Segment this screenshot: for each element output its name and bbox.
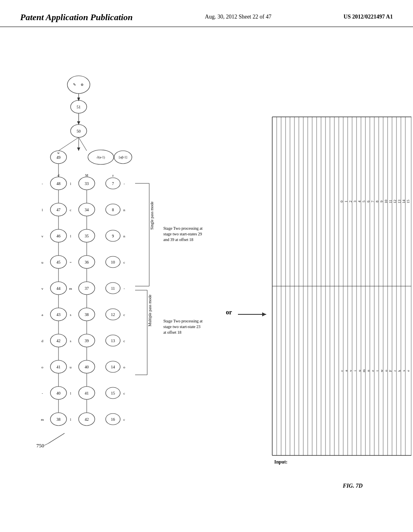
svg-point-47	[79, 256, 95, 268]
svg-point-65	[106, 230, 120, 241]
svg-text:35: 35	[85, 234, 89, 238]
svg-point-69	[106, 283, 120, 294]
svg-marker-20	[77, 148, 80, 151]
svg-text:n: n	[123, 234, 125, 238]
svg-text:c: c	[123, 260, 125, 264]
svg-text:l: l	[70, 418, 71, 422]
svg-text:45: 45	[56, 260, 60, 264]
svg-text:z: z	[112, 174, 114, 177]
svg-text:34: 34	[85, 208, 89, 212]
svg-text:41: 41	[56, 365, 60, 369]
svg-text:c: c	[411, 370, 411, 372]
svg-text:u: u	[42, 260, 44, 264]
svg-point-39	[50, 413, 67, 426]
svg-text:Single pass mode: Single pass mode	[150, 201, 154, 230]
svg-text:14: 14	[402, 200, 406, 204]
svg-line-2	[44, 443, 48, 445]
svg-point-3	[67, 76, 90, 94]
svg-point-71	[106, 309, 120, 320]
svg-point-41	[79, 177, 95, 190]
svg-text:12: 12	[393, 200, 397, 204]
svg-text:l: l	[42, 208, 43, 212]
svg-text:40: 40	[56, 391, 60, 395]
svg-text:c: c	[340, 370, 344, 372]
svg-text:c: c	[70, 208, 71, 212]
svg-marker-12	[77, 121, 80, 125]
svg-text:44: 44	[56, 286, 60, 291]
svg-text:-: -	[42, 182, 43, 186]
svg-text:l: l	[70, 182, 71, 186]
svg-text::6: :6	[411, 200, 411, 203]
svg-text:39: 39	[85, 339, 89, 343]
svg-point-53	[79, 334, 95, 347]
svg-point-61	[106, 178, 120, 189]
svg-point-25	[50, 229, 67, 242]
svg-text:13: 13	[397, 200, 401, 204]
svg-point-6	[71, 100, 87, 113]
svg-point-21	[50, 177, 67, 190]
svg-line-100	[58, 137, 79, 151]
svg-text:46: 46	[56, 234, 60, 238]
svg-text:u: u	[357, 370, 361, 372]
svg-text:33: 33	[85, 181, 89, 186]
svg-point-27	[50, 256, 67, 268]
svg-text:7: 7	[112, 181, 114, 186]
svg-text:k: k	[397, 370, 401, 372]
svg-text:l: l	[70, 391, 71, 395]
svg-text:47: 47	[56, 208, 60, 212]
svg-text:o: o	[384, 370, 388, 372]
svg-text:=: =	[69, 260, 71, 264]
svg-text:n: n	[366, 370, 370, 372]
svg-point-13	[88, 150, 114, 164]
svg-point-35	[50, 360, 67, 373]
svg-text:e: e	[406, 370, 410, 372]
svg-text:[αβ-1]: [αβ-1]	[119, 156, 127, 159]
svg-point-57	[79, 387, 95, 399]
svg-point-29	[50, 282, 67, 295]
svg-text:42: 42	[85, 417, 89, 422]
svg-text:Stage Two processing at: Stage Two processing at	[163, 226, 202, 231]
svg-point-37	[50, 387, 67, 399]
svg-text:51: 51	[77, 105, 81, 109]
svg-text:✎: ✎	[73, 83, 76, 87]
svg-text:v: v	[348, 370, 353, 372]
svg-text:m: m	[362, 369, 366, 372]
svg-text:50: 50	[77, 129, 81, 133]
svg-text:r: r	[393, 370, 397, 372]
svg-text:and 39 at offset 18: and 39 at offset 18	[163, 237, 193, 242]
svg-text:M: M	[85, 174, 88, 177]
svg-text:36: 36	[85, 260, 89, 264]
svg-text:Input:: Input:	[274, 459, 288, 465]
svg-text:15: 15	[406, 200, 410, 204]
svg-text:38: 38	[56, 417, 60, 422]
svg-text:6: 6	[366, 200, 370, 202]
svg-text:14: 14	[111, 365, 115, 369]
svg-text:750: 750	[36, 443, 44, 449]
svg-text:49: 49	[56, 155, 60, 160]
svg-point-63	[106, 204, 120, 215]
svg-text:4: 4	[357, 200, 361, 202]
svg-marker-152	[262, 312, 266, 316]
svg-text:v: v	[42, 287, 44, 291]
publication-title: Patent Application Publication	[20, 12, 133, 23]
svg-line-101	[79, 137, 87, 151]
svg-text:Multiple pass mode: Multiple pass mode	[148, 295, 152, 326]
svg-text:41: 41	[85, 391, 89, 395]
svg-point-23	[50, 203, 67, 216]
svg-text:m: m	[69, 287, 72, 291]
svg-text:11: 11	[111, 286, 115, 291]
svg-text:0: 0	[340, 200, 344, 202]
publication-number: US 2012/0221497 A1	[344, 12, 393, 20]
svg-text:a: a	[42, 313, 43, 317]
svg-point-67	[106, 256, 120, 268]
svg-point-51	[79, 308, 95, 321]
svg-text:9: 9	[112, 234, 114, 238]
svg-text:c: c	[123, 339, 125, 343]
svg-point-73	[106, 335, 120, 346]
svg-text:1: 1	[344, 201, 348, 203]
svg-text:l: l	[70, 234, 71, 238]
svg-text:F: F	[388, 370, 392, 372]
svg-text:w: w	[57, 151, 60, 155]
svg-point-79	[106, 414, 120, 425]
svg-text:37: 37	[85, 286, 89, 291]
